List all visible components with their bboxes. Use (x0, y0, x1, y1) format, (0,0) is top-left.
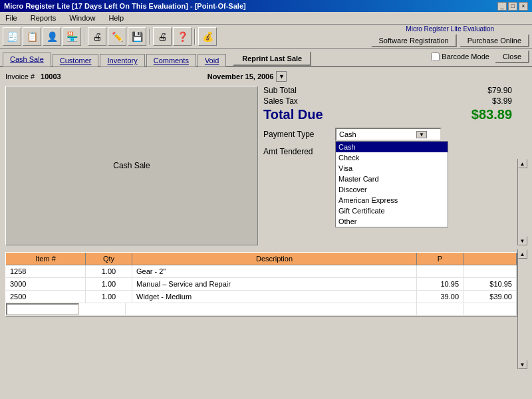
title-bar: Micro Register Lite [17 Days Left On Thi… (0, 0, 532, 12)
col-header-desc: Description (132, 253, 417, 265)
receipt-btn[interactable]: 🖨 (88, 27, 106, 46)
col-header-price: P (417, 253, 464, 265)
cell-total-0 (464, 265, 517, 277)
cash-btn[interactable]: 💰 (198, 27, 217, 46)
table-scroll-up[interactable]: ▲ (518, 249, 527, 259)
tab-comments[interactable]: Comments (146, 54, 196, 66)
help-btn[interactable]: ❓ (173, 27, 192, 46)
pos-close-btn[interactable]: Close (495, 50, 529, 63)
table-row: 1258 1.00 Gear - 2" (6, 265, 517, 278)
amt-tendered-label: Amt Tendered (263, 147, 330, 156)
col-header-item: Item # (6, 253, 86, 265)
cell-price-2: 39.00 (417, 291, 464, 303)
subtotal-value: $79.90 (487, 86, 512, 95)
date-section: November 15, 2006 ▼ (207, 71, 287, 82)
table-row: 3000 1.00 Manual – Service and Repair 10… (6, 278, 517, 291)
table-scroll-down[interactable]: ▼ (518, 360, 527, 369)
payment-dropdown: Cash Check Visa Master Card Discover Ame… (335, 141, 448, 227)
col-header-total (464, 253, 517, 265)
toolbar-right: Micro Register Lite Evaluation Software … (371, 25, 530, 47)
payment-scrollbar: ▲ ▼ (517, 159, 527, 245)
sep3 (194, 29, 196, 45)
cell-item-2: 2500 (6, 291, 86, 303)
menu-bar: File Reports Window Help (0, 12, 532, 25)
edit-btn[interactable]: ✏️ (108, 27, 126, 46)
payment-type-select[interactable]: Cash ▼ (335, 128, 442, 141)
dropdown-option-check[interactable]: Check (336, 152, 448, 163)
reprint-last-sale-btn[interactable]: Reprint Last Sale (233, 51, 311, 66)
scroll-up-btn[interactable]: ▲ (518, 159, 527, 168)
dropdown-option-mastercard[interactable]: Master Card (336, 174, 448, 184)
vendor-btn[interactable]: 🏪 (63, 27, 81, 46)
payment-type-row: Payment Type Cash ▼ Cash Check Visa Mast… (263, 128, 512, 141)
cell-desc-2: Widget - Medium (132, 291, 417, 303)
toolbar: 🧾 📋 👤 🏪 🖨 ✏️ 💾 🖨 ❓ 💰 Micro Register Lite… (0, 25, 532, 49)
cell-total-1: $10.95 (464, 278, 517, 290)
cell-qty-new (79, 303, 126, 315)
menu-file[interactable]: File (3, 13, 20, 23)
menu-window[interactable]: Window (66, 13, 98, 23)
tab-customer[interactable]: Customer (53, 54, 99, 66)
cell-total-2: $39.00 (464, 291, 517, 303)
select-arrow-icon[interactable]: ▼ (416, 131, 427, 138)
sep2 (149, 29, 150, 45)
main-content: Invoice # 10003 November 15, 2006 ▼ Cash… (0, 67, 532, 373)
barcode-mode-check[interactable]: Barcode Mode (431, 53, 489, 61)
cell-qty-0: 1.00 (86, 265, 132, 277)
minimize-btn[interactable]: _ (497, 2, 507, 11)
line-items-table: Item # Qty Description P 1258 1.00 Gear … (5, 252, 517, 317)
customer-box: Cash Sale (5, 86, 258, 245)
table-scroll-wrapper: Item # Qty Description P 1258 1.00 Gear … (5, 249, 527, 369)
save-btn[interactable]: 💾 (128, 27, 146, 46)
tab-cash-sale[interactable]: Cash Sale (3, 53, 51, 66)
reg-buttons: Software Registration Purchase Online (371, 34, 530, 47)
invoice-number-section: Invoice # 10003 (5, 72, 61, 80)
cell-item-1: 3000 (6, 278, 86, 290)
tab-inventory[interactable]: Inventory (100, 54, 144, 66)
scroll-down-btn[interactable]: ▼ (518, 236, 527, 245)
customer-btn[interactable]: 👤 (43, 27, 61, 46)
menu-help[interactable]: Help (106, 13, 126, 23)
table-header: Item # Qty Description P (6, 253, 517, 265)
table-scroll-track (518, 259, 527, 360)
dropdown-option-amex[interactable]: American Express (336, 195, 448, 205)
menu-reports[interactable]: Reports (28, 13, 59, 23)
tab-bar: Cash Sale Customer Inventory Comments Vo… (0, 49, 532, 67)
dropdown-option-discover[interactable]: Discover (336, 184, 448, 195)
table-row: 2500 1.00 Widget - Medium 39.00 $39.00 (6, 291, 517, 303)
new-item-input[interactable] (6, 303, 79, 315)
dropdown-option-other[interactable]: Other (336, 216, 448, 227)
cell-total-new (464, 303, 517, 315)
purchase-online-btn[interactable]: Purchase Online (460, 34, 529, 47)
window-controls: _ □ × (497, 2, 528, 11)
table-scrollbar: ▲ ▼ (517, 249, 527, 369)
cell-desc-0: Gear - 2" (132, 265, 417, 277)
cell-desc-new (126, 303, 417, 315)
new-sale-btn[interactable]: 🧾 (3, 27, 21, 46)
date-dropdown-btn[interactable]: ▼ (276, 71, 287, 82)
maximize-btn[interactable]: □ (508, 2, 517, 11)
cell-qty-1: 1.00 (86, 278, 132, 290)
salestax-label: Sales Tax (263, 96, 298, 106)
selected-payment: Cash (339, 130, 356, 138)
cell-price-1: 10.95 (417, 278, 464, 290)
barcode-checkbox[interactable] (431, 53, 440, 61)
totaldue-label: Total Due (263, 107, 323, 122)
salestax-row: Sales Tax $3.99 (263, 96, 512, 106)
payment-type-select-wrapper: Cash ▼ Cash Check Visa Master Card Disco… (335, 128, 442, 141)
software-reg-btn[interactable]: Software Registration (371, 34, 457, 47)
close-window-btn[interactable]: × (519, 2, 528, 11)
payment-type-label: Payment Type (263, 130, 330, 139)
totals-section: Sub Total $79.90 Sales Tax $3.99 Total D… (263, 86, 512, 245)
cell-price-new (417, 303, 464, 315)
invoice-btn[interactable]: 📋 (23, 27, 41, 46)
col-header-qty: Qty (86, 253, 132, 265)
dropdown-option-gift[interactable]: Gift Certificate (336, 205, 448, 216)
dropdown-option-cash[interactable]: Cash (336, 142, 448, 152)
tab-void[interactable]: Void (198, 54, 226, 66)
title-bar-text: Micro Register Lite [17 Days Left On Thi… (4, 2, 246, 10)
cell-desc-1: Manual – Service and Repair (132, 278, 417, 290)
dropdown-option-visa[interactable]: Visa (336, 163, 448, 174)
print-btn[interactable]: 🖨 (153, 27, 172, 46)
sep1 (84, 29, 85, 45)
